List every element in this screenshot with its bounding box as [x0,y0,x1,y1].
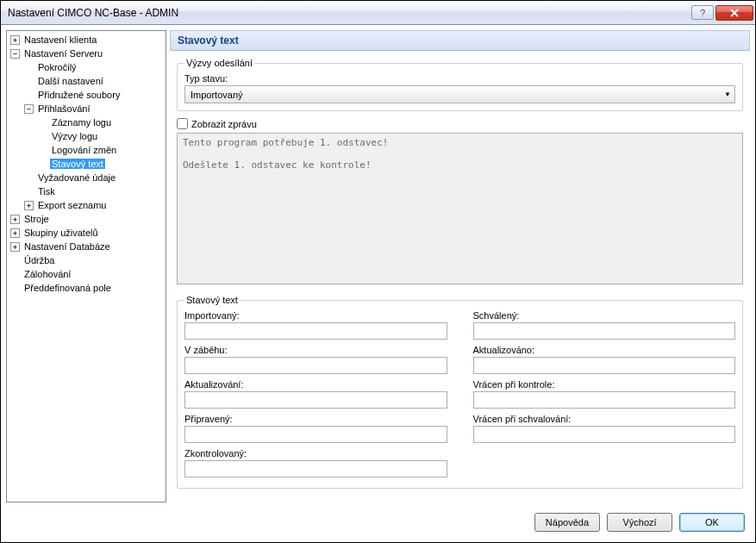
tree-item[interactable]: Další nastavení [36,76,105,86]
tree-item-selected[interactable]: Stavový text [50,159,105,169]
state-type-dropdown[interactable]: Importovaný ▼ [184,85,735,103]
approved-input[interactable] [473,322,736,340]
show-message-checkbox[interactable] [177,118,188,129]
tree-item[interactable]: Nastavení Databáze [22,241,112,252]
field-label: Aktualizování: [184,379,447,390]
dialog-buttons: Nápověda Výchozí OK [1,508,755,537]
imported-input[interactable] [184,322,447,340]
tree-item[interactable]: Zálohování [22,269,72,279]
dropdown-value: Importovaný [191,90,243,100]
tree-item[interactable]: Výzvy logu [50,131,99,141]
group-status-text: Stavový text Importovaný: Schválený: V z… [177,295,743,489]
tree-item[interactable]: Nastavení klienta [22,34,98,45]
show-message-label: Zobrazit zprávu [191,119,257,129]
group-legend: Stavový text [184,295,240,305]
expand-icon[interactable]: + [24,201,34,210]
tree-item[interactable]: Logování změn [50,145,118,155]
expand-icon[interactable]: + [10,242,20,252]
expand-icon[interactable]: + [10,215,20,224]
field-label: Aktualizováno: [473,345,736,355]
ready-input[interactable] [184,426,447,443]
field-label: Vrácen při schvalování: [473,414,736,424]
returned-approve-input[interactable] [473,426,736,443]
updated-input[interactable] [473,357,736,374]
field-label: V záběhu: [184,345,447,355]
tree-item[interactable]: Předdefinovaná pole [22,283,113,293]
tree-item[interactable]: Skupiny uživatelů [22,228,100,238]
type-label: Typ stavu: [184,73,735,84]
close-button[interactable] [715,5,753,21]
ok-button[interactable]: OK [679,513,745,532]
tree-item[interactable]: Stroje [22,214,51,224]
field-label: Importovaný: [184,310,447,321]
collapse-icon[interactable]: − [10,49,20,59]
returned-check-input[interactable] [473,391,736,409]
expand-icon[interactable]: + [10,35,20,45]
close-icon [729,9,740,17]
tree-item[interactable]: Přidružené soubory [36,90,122,100]
field-label: Schválený: [473,310,736,321]
help-button[interactable]: ? [691,5,714,20]
tree-item[interactable]: Pokročilý [36,62,78,72]
help-button[interactable]: Nápověda [534,513,600,532]
group-send-prompts: Výzvy odesílání Typ stavu: Importovaný ▼ [177,58,743,111]
running-input[interactable] [184,357,447,374]
expand-icon[interactable]: + [10,228,20,238]
tree-item[interactable]: Vyžadované údaje [36,172,117,183]
tree-item[interactable]: Export seznamu [36,200,108,210]
message-textarea [177,133,743,284]
field-label: Vrácen při kontrole: [473,379,736,390]
window-controls: ? [691,5,753,21]
page-title: Stavový text [170,30,750,51]
nav-tree[interactable]: +Nastavení klienta −Nastavení Serveru Po… [6,30,166,502]
collapse-icon[interactable]: − [24,104,34,114]
field-label: Zkontrolovaný: [184,448,447,459]
tree-item[interactable]: Údržba [22,255,56,265]
tree-item[interactable]: Nastavení Serveru [22,48,104,59]
group-legend: Výzvy odesílání [184,58,254,68]
default-button[interactable]: Výchozí [607,513,672,532]
tree-item[interactable]: Přihlašování [36,103,92,114]
updating-input[interactable] [184,391,447,409]
checked-input[interactable] [184,460,447,477]
chevron-down-icon: ▼ [724,90,731,98]
tree-item[interactable]: Záznamy logu [50,117,113,128]
window-title: Nastavení CIMCO NC-Base - ADMIN [8,7,691,19]
field-label: Připravený: [184,414,447,424]
titlebar: Nastavení CIMCO NC-Base - ADMIN ? [1,1,755,25]
tree-item[interactable]: Tisk [36,186,57,197]
